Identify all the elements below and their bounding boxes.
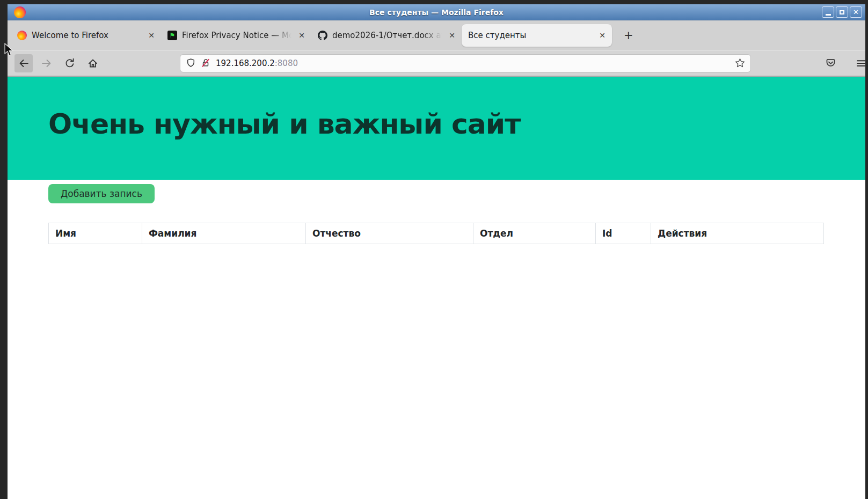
- page-title: Очень нужный и важный сайт: [8, 77, 865, 140]
- forward-arrow-icon: [41, 58, 52, 69]
- column-header-id: Id: [596, 223, 651, 244]
- url-bar[interactable]: 192.168.200.2:8080: [180, 54, 751, 72]
- students-table-header: Имя Фамилия Отчество Отдел Id Действия: [49, 223, 824, 244]
- minimize-icon: [826, 14, 831, 16]
- forward-button[interactable]: [38, 54, 56, 72]
- window-titlebar[interactable]: Все студенты — Mozilla Firefox ✕: [8, 4, 865, 20]
- back-button[interactable]: [14, 54, 33, 72]
- menu-icon[interactable]: [852, 54, 868, 72]
- tab-bar: Welcome to Firefox ✕ ⚑ Firefox Privacy N…: [8, 20, 865, 50]
- restore-icon: [840, 10, 844, 14]
- column-header-last-name: Фамилия: [142, 223, 306, 244]
- firefox-favicon-icon: [17, 31, 27, 40]
- tab-label: Welcome to Firefox: [32, 31, 142, 40]
- navigation-toolbar: 192.168.200.2:8080: [8, 50, 865, 77]
- url-port: :8080: [275, 58, 298, 68]
- tab-privacy-notice[interactable]: ⚑ Firefox Privacy Notice — Mozill ✕: [161, 24, 311, 47]
- tab-close-icon[interactable]: ✕: [448, 31, 456, 40]
- insecure-lock-icon[interactable]: [201, 58, 211, 68]
- firefox-logo-icon: [14, 6, 26, 18]
- pocket-icon[interactable]: [821, 54, 840, 72]
- firefox-window: Все студенты — Mozilla Firefox ✕ Welcome…: [8, 4, 865, 499]
- tab-label: Все студенты: [468, 31, 593, 40]
- tab-close-icon[interactable]: ✕: [598, 31, 607, 40]
- window-controls: ✕: [822, 6, 862, 18]
- minimize-button[interactable]: [822, 6, 834, 18]
- close-window-button[interactable]: ✕: [850, 6, 862, 18]
- github-favicon-icon: [318, 31, 327, 40]
- reload-button[interactable]: [61, 54, 79, 72]
- table-header-row: Имя Фамилия Отчество Отдел Id Действия: [49, 223, 824, 244]
- shield-icon[interactable]: [186, 58, 196, 68]
- page-content: Очень нужный и важный сайт Добавить запи…: [8, 77, 865, 499]
- back-arrow-icon: [18, 58, 29, 69]
- mozilla-favicon-icon: ⚑: [167, 31, 177, 40]
- page-main: Добавить запись Имя Фамилия Отчество Отд…: [8, 180, 865, 244]
- tab-close-icon[interactable]: ✕: [147, 31, 156, 40]
- page-header: Очень нужный и важный сайт: [8, 77, 865, 180]
- column-header-first-name: Имя: [49, 223, 142, 244]
- students-table: Имя Фамилия Отчество Отдел Id Действия: [48, 223, 824, 244]
- tab-close-icon[interactable]: ✕: [297, 31, 306, 40]
- home-button[interactable]: [84, 54, 102, 72]
- new-tab-button[interactable]: +: [621, 29, 637, 42]
- tab-welcome-to-firefox[interactable]: Welcome to Firefox ✕: [11, 24, 161, 47]
- url-text[interactable]: 192.168.200.2:8080: [216, 58, 298, 68]
- tab-label: demo2026-1/Отчет.docx at ma: [332, 31, 443, 40]
- close-icon: ✕: [853, 9, 859, 16]
- column-header-department: Отдел: [473, 223, 596, 244]
- reload-icon: [64, 58, 75, 69]
- add-record-button[interactable]: Добавить запись: [48, 184, 155, 203]
- desktop-background: Все студенты — Mozilla Firefox ✕ Welcome…: [0, 0, 868, 499]
- window-title: Все студенты — Mozilla Firefox: [8, 8, 865, 17]
- tab-github-report[interactable]: demo2026-1/Отчет.docx at ma ✕: [311, 24, 462, 47]
- bookmark-star-icon[interactable]: [735, 58, 745, 68]
- tab-label: Firefox Privacy Notice — Mozill: [182, 31, 293, 40]
- url-host: 192.168.200.2: [216, 58, 275, 68]
- home-icon: [87, 58, 98, 69]
- column-header-actions: Действия: [651, 223, 824, 244]
- restore-button[interactable]: [836, 6, 848, 18]
- tab-all-students-active[interactable]: Все студенты ✕: [462, 24, 612, 47]
- column-header-patronymic: Отчество: [306, 223, 473, 244]
